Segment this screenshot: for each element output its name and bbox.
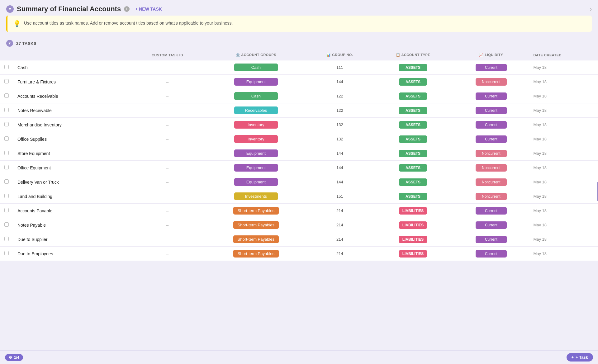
account-group-badge[interactable]: Equipment xyxy=(234,149,278,157)
account-group-badge[interactable]: Short-term Payables xyxy=(233,235,279,243)
new-task-button[interactable]: + NEW TASK xyxy=(133,5,164,13)
liquidity-badge[interactable]: Current xyxy=(476,250,507,258)
account-type-badge[interactable]: LIABILITIES xyxy=(399,236,427,243)
scrollbar-indicator[interactable] xyxy=(597,182,598,201)
liquidity-badge[interactable]: Current xyxy=(476,207,507,215)
account-type-badge[interactable]: ASSETS xyxy=(399,135,427,143)
row-checkbox[interactable] xyxy=(4,108,9,112)
account-type-badge[interactable]: ASSETS xyxy=(399,107,427,114)
row-checkbox[interactable] xyxy=(4,237,9,241)
table-row: Merchandise Inventory – Inventory 132 AS… xyxy=(0,118,598,132)
task-name-cell: Notes Receivable xyxy=(13,103,130,118)
account-group-badge[interactable]: Equipment xyxy=(234,164,278,172)
info-icon[interactable]: ℹ xyxy=(124,6,130,12)
custom-id-cell: – xyxy=(130,146,205,161)
task-name: Notes Receivable xyxy=(17,108,52,113)
row-checkbox-cell xyxy=(0,218,13,232)
liquidity-cell: Noncurrent xyxy=(453,175,529,189)
table-row: Cash – Cash 111 ASSETS Current May 18 xyxy=(0,60,598,75)
account-type-badge[interactable]: LIABILITIES xyxy=(399,221,427,229)
liquidity-badge[interactable]: Current xyxy=(476,92,507,100)
row-checkbox-cell xyxy=(0,60,13,75)
account-type-badge[interactable]: ASSETS xyxy=(399,64,427,71)
account-group-badge[interactable]: Investments xyxy=(234,192,278,200)
liquidity-badge[interactable]: Noncurrent xyxy=(476,193,507,200)
liquidity-badge[interactable]: Current xyxy=(476,221,507,229)
account-type-badge[interactable]: ASSETS xyxy=(399,121,427,129)
table-row: Store Equipment – Equipment 144 ASSETS N… xyxy=(0,146,598,161)
account-group-cell: Short-term Payables xyxy=(205,204,307,218)
task-name: Furniture & Fixtures xyxy=(17,79,56,84)
row-checkbox[interactable] xyxy=(4,179,9,184)
account-group-badge[interactable]: Equipment xyxy=(234,78,278,86)
table-row: Notes Receivable – Receivables 122 ASSET… xyxy=(0,103,598,118)
account-type-badge[interactable]: ASSETS xyxy=(399,78,427,86)
account-type-badge[interactable]: LIABILITIES xyxy=(399,207,427,215)
page-title: Summary of Financial Accounts xyxy=(17,5,121,13)
account-group-badge[interactable]: Cash xyxy=(234,92,278,100)
account-type-cell: ASSETS xyxy=(373,75,453,89)
task-name: Office Equipment xyxy=(17,165,51,170)
row-checkbox-cell xyxy=(0,175,13,189)
row-checkbox[interactable] xyxy=(4,222,9,227)
date-cell: May 18 xyxy=(529,118,598,132)
account-group-badge[interactable]: Inventory xyxy=(234,121,278,129)
liquidity-badge[interactable]: Current xyxy=(476,121,507,129)
task-name: Accounts Payable xyxy=(17,208,52,213)
row-checkbox[interactable] xyxy=(4,194,9,198)
table-header: CUSTOM TASK ID 🏦 ACCOUNT GROUPS 📊 GROUP … xyxy=(0,50,598,60)
row-checkbox[interactable] xyxy=(4,65,9,69)
liquidity-badge[interactable]: Noncurrent xyxy=(476,178,507,186)
tasks-collapse-button[interactable]: ▼ xyxy=(6,40,13,47)
account-type-badge[interactable]: ASSETS xyxy=(399,92,427,100)
liquidity-badge[interactable]: Noncurrent xyxy=(476,150,507,157)
col-header-name xyxy=(13,50,130,60)
bulb-icon: 💡 xyxy=(13,20,21,27)
account-group-badge[interactable]: Short-term Payables xyxy=(233,207,279,215)
account-group-badge[interactable]: Short-term Payables xyxy=(233,221,279,229)
liquidity-badge[interactable]: Current xyxy=(476,107,507,114)
date-cell: May 18 xyxy=(529,204,598,218)
account-group-badge[interactable]: Equipment xyxy=(234,178,278,186)
new-task-bottom-label: + Task xyxy=(576,355,588,360)
custom-id-cell: – xyxy=(130,118,205,132)
table-body: Cash – Cash 111 ASSETS Current May 18 Fu… xyxy=(0,60,598,261)
liquidity-badge[interactable]: Current xyxy=(476,236,507,243)
row-checkbox[interactable] xyxy=(4,151,9,155)
table-row: Delivery Van or Truck – Equipment 144 AS… xyxy=(0,175,598,189)
row-checkbox[interactable] xyxy=(4,165,9,169)
account-group-badge[interactable]: Receivables xyxy=(234,106,278,114)
account-type-badge[interactable]: ASSETS xyxy=(399,178,427,186)
task-name: Delivery Van or Truck xyxy=(17,180,59,185)
account-type-badge[interactable]: ASSETS xyxy=(399,150,427,157)
row-checkbox[interactable] xyxy=(4,79,9,83)
account-group-badge[interactable]: Short-term Payables xyxy=(233,250,279,258)
liquidity-badge[interactable]: Noncurrent xyxy=(476,78,507,86)
account-type-cell: ASSETS xyxy=(373,103,453,118)
account-group-badge[interactable]: Inventory xyxy=(234,135,278,143)
account-group-badge[interactable]: Cash xyxy=(234,64,278,71)
new-task-bottom-button[interactable]: + + Task xyxy=(567,353,593,362)
account-type-cell: LIABILITIES xyxy=(373,218,453,232)
row-checkbox[interactable] xyxy=(4,208,9,212)
account-type-badge[interactable]: LIABILITIES xyxy=(399,250,427,258)
account-type-cell: LIABILITIES xyxy=(373,204,453,218)
account-type-cell: LIABILITIES xyxy=(373,232,453,247)
collapse-button[interactable]: ▼ xyxy=(6,5,14,13)
row-checkbox[interactable] xyxy=(4,93,9,98)
account-type-badge[interactable]: ASSETS xyxy=(399,193,427,200)
liquidity-cell: Current xyxy=(453,89,529,103)
liquidity-badge[interactable]: Current xyxy=(476,135,507,143)
row-checkbox[interactable] xyxy=(4,122,9,126)
row-checkbox[interactable] xyxy=(4,136,9,141)
notice-box: 💡 Use account titles as task names. Add … xyxy=(6,16,592,32)
task-name: Due to Employees xyxy=(17,251,53,256)
date-cell: May 18 xyxy=(529,189,598,204)
liquidity-badge[interactable]: Current xyxy=(476,64,507,71)
account-type-badge[interactable]: ASSETS xyxy=(399,164,427,172)
date-cell: May 18 xyxy=(529,175,598,189)
account-group-cell: Inventory xyxy=(205,118,307,132)
gear-icon: ⚙ xyxy=(9,355,12,360)
row-checkbox[interactable] xyxy=(4,251,9,255)
liquidity-badge[interactable]: Noncurrent xyxy=(476,164,507,172)
